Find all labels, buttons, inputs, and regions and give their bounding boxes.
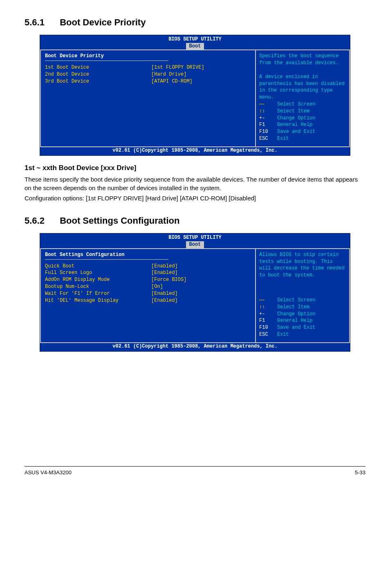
row-label: 2nd Boot Device bbox=[45, 71, 151, 78]
row-label: 1st Boot Device bbox=[45, 64, 151, 71]
row-value: [ATAPI CD-ROM] bbox=[151, 78, 193, 85]
row-label: Full Screen Logo bbox=[45, 269, 151, 276]
row-value: [Enabled] bbox=[151, 297, 178, 304]
bios-nav-help: ↔→Select Screen ↕↕Select Item +-Change O… bbox=[259, 101, 346, 142]
nav-desc: Select Screen bbox=[277, 101, 316, 108]
bios-panel-boot-priority: BIOS SETUP UTILITY Boot Boot Device Prio… bbox=[40, 35, 350, 156]
setting-row[interactable]: Full Screen Logo [Enabled] bbox=[45, 269, 251, 276]
bios-help-pane: Specifies the boot sequence from the ava… bbox=[256, 50, 350, 147]
nav-key: +- bbox=[259, 115, 277, 122]
nav-desc: Exit bbox=[277, 135, 289, 142]
boot-device-row[interactable]: 3rd Boot Device [ATAPI CD-ROM] bbox=[45, 78, 251, 85]
row-label: AddOn ROM Display Mode bbox=[45, 276, 151, 283]
arrows-ud-icon: ↕↕ bbox=[259, 304, 277, 311]
bios-tab-row: Boot bbox=[40, 43, 350, 50]
row-value: [Enabled] bbox=[151, 290, 178, 297]
nav-desc: Select Item bbox=[277, 304, 309, 311]
divider bbox=[45, 259, 168, 260]
section-heading-561: 5.6.1 Boot Device Priority bbox=[25, 16, 365, 29]
setting-row[interactable]: Hit 'DEL' Message Display [Enabled] bbox=[45, 297, 251, 304]
nav-key: +- bbox=[259, 311, 277, 318]
arrows-ud-icon: ↕↕ bbox=[259, 108, 277, 115]
section-number: 5.6.1 bbox=[25, 16, 57, 29]
boot-device-row[interactable]: 1st Boot Device [1st FLOPPY DRIVE] bbox=[45, 64, 251, 71]
bios-left-pane: Boot Settings Configuration Quick Boot [… bbox=[40, 249, 256, 343]
row-value: [Force BIOS] bbox=[151, 276, 186, 283]
bios-tab-boot[interactable]: Boot bbox=[186, 241, 204, 248]
row-label: Quick Boot bbox=[45, 263, 151, 270]
bios-help-text: Allows BIOS to skip certain tests while … bbox=[259, 251, 346, 279]
nav-desc: Save and Exit bbox=[277, 324, 316, 331]
divider bbox=[45, 61, 168, 61]
nav-desc: Select Item bbox=[277, 108, 309, 115]
row-label: 3rd Boot Device bbox=[45, 78, 151, 85]
nav-key: F10 bbox=[259, 128, 277, 135]
nav-key: F1 bbox=[259, 317, 277, 324]
row-value: [Enabled] bbox=[151, 263, 178, 270]
row-label: Bootup Num-Lock bbox=[45, 283, 151, 290]
nav-key: ESC bbox=[259, 331, 277, 338]
section-number: 5.6.2 bbox=[25, 215, 57, 227]
bios-footer: v02.61 (C)Copyright 1985-2008, American … bbox=[40, 343, 350, 351]
bios-left-pane: Boot Device Priority 1st Boot Device [1s… bbox=[40, 50, 256, 147]
bios-tab-boot[interactable]: Boot bbox=[186, 43, 204, 50]
arrows-lr-icon: ↔→ bbox=[259, 297, 277, 304]
footer-left: ASUS V4-M3A3200 bbox=[25, 469, 72, 476]
bios-left-title: Boot Settings Configuration bbox=[45, 251, 251, 258]
bios-title: BIOS SETUP UTILITY bbox=[40, 234, 350, 241]
nav-key: F1 bbox=[259, 121, 277, 128]
nav-key: F10 bbox=[259, 324, 277, 331]
row-value: [1st FLOPPY DRIVE] bbox=[151, 64, 204, 71]
bios-title: BIOS SETUP UTILITY bbox=[40, 36, 350, 43]
row-label: Wait For 'F1' If Error bbox=[45, 290, 151, 297]
bios-help-text: Specifies the boot sequence from the ava… bbox=[259, 53, 346, 101]
paragraph: These items specify the boot device prio… bbox=[25, 175, 365, 192]
nav-desc: General Help bbox=[277, 317, 312, 324]
nav-desc: Change Option bbox=[277, 115, 316, 122]
nav-desc: Save and Exit bbox=[277, 128, 316, 135]
section-heading-562: 5.6.2 Boot Settings Configuration bbox=[25, 215, 365, 227]
section-title: Boot Settings Configuration bbox=[60, 215, 179, 226]
subheading-boot-device: 1st ~ xxth Boot Device [xxx Drive] bbox=[25, 163, 365, 173]
row-value: [On] bbox=[151, 283, 163, 290]
row-label: Hit 'DEL' Message Display bbox=[45, 297, 151, 304]
nav-key: ESC bbox=[259, 135, 277, 142]
nav-desc: Select Screen bbox=[277, 297, 316, 304]
bios-header: BIOS SETUP UTILITY Boot bbox=[40, 233, 350, 248]
nav-desc: Change Option bbox=[277, 311, 316, 318]
setting-row[interactable]: AddOn ROM Display Mode [Force BIOS] bbox=[45, 276, 251, 283]
bios-left-title: Boot Device Priority bbox=[45, 53, 251, 60]
boot-device-row[interactable]: 2nd Boot Device [Hard Drive] bbox=[45, 71, 251, 78]
paragraph: Configuration options: [1st FLOPPY DRIVE… bbox=[25, 194, 365, 202]
bios-tab-row: Boot bbox=[40, 241, 350, 248]
row-value: [Hard Drive] bbox=[151, 71, 186, 78]
row-value: [Enabled] bbox=[151, 269, 178, 276]
bios-help-pane: Allows BIOS to skip certain tests while … bbox=[256, 249, 350, 343]
arrows-lr-icon: ↔→ bbox=[259, 101, 277, 108]
nav-desc: Exit bbox=[277, 331, 289, 338]
section-title: Boot Device Priority bbox=[60, 17, 146, 27]
bios-header: BIOS SETUP UTILITY Boot bbox=[40, 35, 350, 50]
nav-desc: General Help bbox=[277, 121, 312, 128]
page-footer: ASUS V4-M3A3200 5-33 bbox=[25, 466, 365, 476]
setting-row[interactable]: Quick Boot [Enabled] bbox=[45, 263, 251, 270]
footer-right: 5-33 bbox=[355, 469, 365, 476]
bios-nav-help: ↔→Select Screen ↕↕Select Item +-Change O… bbox=[259, 297, 346, 338]
setting-row[interactable]: Bootup Num-Lock [On] bbox=[45, 283, 251, 290]
bios-footer: v02.61 (C)Copyright 1985-2008, American … bbox=[40, 147, 350, 155]
setting-row[interactable]: Wait For 'F1' If Error [Enabled] bbox=[45, 290, 251, 297]
bios-panel-boot-settings: BIOS SETUP UTILITY Boot Boot Settings Co… bbox=[40, 233, 350, 351]
